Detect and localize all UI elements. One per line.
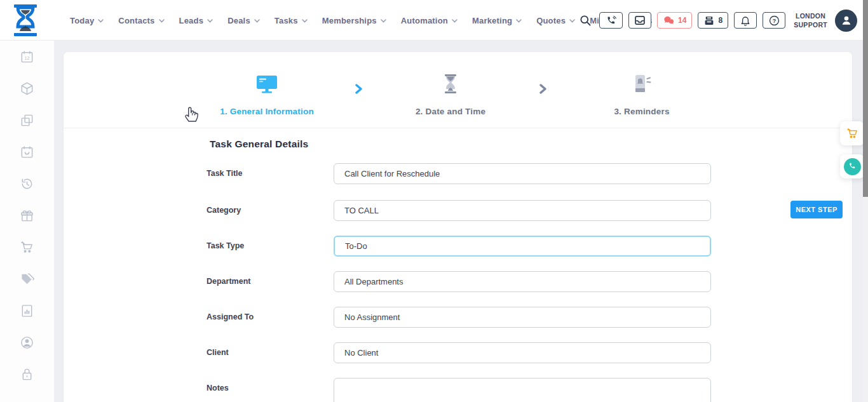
- monitor-icon: [197, 72, 337, 95]
- client-input[interactable]: [334, 342, 711, 363]
- side-nav: 12: [0, 41, 54, 402]
- help-icon: ?: [769, 15, 780, 26]
- user-name: LONDON SUPPORT: [794, 11, 827, 29]
- task-wizard-card: 1. General Information 2. Date and Time: [64, 52, 852, 402]
- bell-icon: [740, 15, 750, 26]
- cube-icon[interactable]: [20, 81, 34, 96]
- phone-teal-icon: [844, 158, 861, 175]
- menu-tasks[interactable]: Tasks: [275, 16, 308, 25]
- next-step-button[interactable]: NEXT STEP: [790, 201, 843, 218]
- vertical-scrollbar: [863, 0, 868, 402]
- person-icon: [840, 14, 853, 27]
- chat-bubbles-icon: [663, 15, 675, 25]
- orders-button[interactable]: 8: [698, 12, 728, 29]
- chat-count-badge: 14: [678, 16, 686, 25]
- task-title-input[interactable]: [334, 163, 711, 184]
- form-title: Task General Details: [210, 138, 308, 150]
- task-type-label: Task Type: [207, 236, 244, 257]
- user-name-line2: SUPPORT: [794, 20, 827, 29]
- lock-icon[interactable]: [20, 367, 34, 382]
- chevron-down-icon: [302, 19, 308, 23]
- category-input[interactable]: [334, 200, 711, 221]
- menu-leads[interactable]: Leads: [179, 16, 214, 25]
- menu-marketing[interactable]: Marketing: [472, 16, 522, 25]
- cart-icon[interactable]: [20, 240, 34, 255]
- menu-label: Quotes: [536, 16, 566, 25]
- copy-icon[interactable]: [20, 113, 34, 128]
- notes-label: Notes: [207, 378, 229, 399]
- user-circle-icon[interactable]: [20, 335, 34, 350]
- main-content: 1. General Information 2. Date and Time: [54, 41, 868, 402]
- step-label: 3. Reminders: [572, 107, 712, 116]
- task-title-label: Task Title: [207, 163, 243, 184]
- tags-icon[interactable]: [20, 272, 34, 286]
- help-button[interactable]: ?: [763, 12, 785, 29]
- phone-call-button[interactable]: [599, 12, 623, 29]
- svg-text:12: 12: [25, 56, 30, 61]
- client-label: Client: [207, 342, 229, 363]
- step-date-and-time[interactable]: 2. Date and Time: [381, 72, 520, 116]
- inbox-icon: [634, 15, 646, 25]
- quick-phone-button[interactable]: [840, 154, 864, 178]
- gift-icon[interactable]: [20, 208, 34, 223]
- chevron-down-icon: [381, 19, 386, 23]
- step-label: 1. General Information: [197, 107, 337, 116]
- cart-orange-icon: [846, 127, 859, 140]
- notes-textarea[interactable]: [334, 378, 711, 402]
- step-general-information[interactable]: 1. General Information: [197, 72, 337, 116]
- menu-label: Today: [70, 16, 94, 25]
- step-chevron-right-icon: [539, 84, 547, 97]
- chevron-down-icon: [569, 19, 575, 23]
- chevron-down-icon: [207, 19, 213, 23]
- menu-label: Contacts: [118, 16, 154, 25]
- svg-text:?: ?: [772, 17, 775, 23]
- orders-icon: [703, 15, 715, 26]
- calendar-12-icon[interactable]: 12: [20, 50, 34, 64]
- phone-call-icon: [605, 15, 617, 26]
- menu-contacts[interactable]: Contacts: [118, 16, 164, 25]
- hourglass-icon: [381, 72, 520, 95]
- department-label: Department: [207, 271, 250, 292]
- chevron-down-icon: [254, 19, 260, 23]
- menu-label: Automation: [401, 16, 448, 25]
- menu-label: Marketing: [472, 16, 512, 25]
- task-type-input[interactable]: [334, 236, 711, 257]
- step-reminders[interactable]: 3. Reminders: [572, 72, 712, 116]
- user-avatar[interactable]: [835, 10, 857, 32]
- chevron-down-icon: [98, 19, 104, 23]
- history-icon[interactable]: [20, 177, 34, 191]
- phone-reminder-icon: [572, 72, 712, 95]
- chat-button[interactable]: 14: [657, 12, 692, 29]
- top-bar: Today Contacts Leads Deals Tasks Members…: [0, 0, 868, 41]
- user-name-line1: LONDON: [794, 11, 827, 20]
- app-logo-hourglass-icon[interactable]: [10, 4, 41, 37]
- top-actions: 14 8 ?: [579, 0, 857, 41]
- divider: [64, 128, 852, 128]
- menu-label: Tasks: [275, 16, 298, 25]
- step-chevron-right-icon: [355, 84, 363, 97]
- menu-label: Leads: [179, 16, 204, 25]
- menu-automation[interactable]: Automation: [401, 16, 458, 25]
- quick-cart-button[interactable]: [840, 121, 864, 145]
- orders-count-badge: 8: [718, 16, 722, 25]
- assigned-to-input[interactable]: [334, 307, 711, 328]
- category-label: Category: [207, 200, 241, 221]
- menu-today[interactable]: Today: [70, 16, 104, 25]
- department-input[interactable]: [334, 271, 711, 292]
- menu-quotes[interactable]: Quotes: [536, 16, 575, 25]
- scrollbar-thumb[interactable]: [863, 0, 868, 197]
- chevron-down-icon: [159, 19, 165, 23]
- notifications-button[interactable]: [734, 12, 757, 29]
- menu-deals[interactable]: Deals: [227, 16, 260, 25]
- main-menu: Today Contacts Leads Deals Tasks Members…: [70, 0, 652, 41]
- chevron-down-icon: [452, 19, 458, 23]
- chevron-down-icon: [516, 19, 522, 23]
- menu-memberships[interactable]: Memberships: [322, 16, 386, 25]
- inbox-button[interactable]: [628, 12, 651, 29]
- menu-label: Deals: [227, 16, 250, 25]
- calendar-check-icon[interactable]: [20, 145, 34, 159]
- report-icon[interactable]: [20, 304, 34, 318]
- step-label: 2. Date and Time: [381, 107, 520, 116]
- search-icon[interactable]: [579, 14, 592, 27]
- menu-label: Memberships: [322, 16, 377, 25]
